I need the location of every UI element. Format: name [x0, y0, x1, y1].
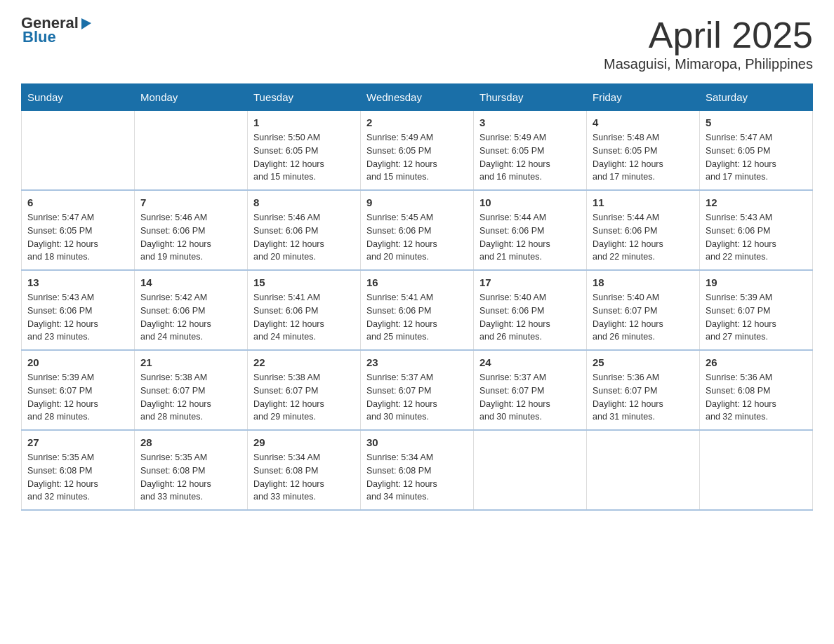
- location-title: Masaguisi, Mimaropa, Philippines: [604, 56, 813, 72]
- calendar-header: SundayMondayTuesdayWednesdayThursdayFrid…: [22, 84, 813, 111]
- day-number: 7: [140, 196, 241, 208]
- calendar-cell: [135, 111, 248, 191]
- day-info: Sunrise: 5:40 AM Sunset: 6:07 PM Dayligh…: [593, 291, 694, 344]
- day-info: Sunrise: 5:48 AM Sunset: 6:05 PM Dayligh…: [593, 131, 694, 184]
- calendar-cell: 23Sunrise: 5:37 AM Sunset: 6:07 PM Dayli…: [361, 350, 474, 430]
- day-info: Sunrise: 5:43 AM Sunset: 6:06 PM Dayligh…: [27, 291, 128, 344]
- calendar-cell: 29Sunrise: 5:34 AM Sunset: 6:08 PM Dayli…: [248, 430, 361, 510]
- calendar-body: 1Sunrise: 5:50 AM Sunset: 6:05 PM Daylig…: [22, 111, 813, 511]
- day-number: 28: [140, 436, 241, 448]
- day-info: Sunrise: 5:49 AM Sunset: 6:05 PM Dayligh…: [366, 131, 468, 184]
- calendar-week-5: 27Sunrise: 5:35 AM Sunset: 6:08 PM Dayli…: [22, 430, 813, 510]
- calendar-cell: 4Sunrise: 5:48 AM Sunset: 6:05 PM Daylig…: [587, 111, 700, 191]
- calendar-header-friday: Friday: [587, 84, 700, 111]
- day-number: 8: [253, 196, 355, 208]
- calendar-cell: 21Sunrise: 5:38 AM Sunset: 6:07 PM Dayli…: [135, 350, 248, 430]
- day-info: Sunrise: 5:36 AM Sunset: 6:07 PM Dayligh…: [593, 371, 694, 424]
- calendar-cell: 5Sunrise: 5:47 AM Sunset: 6:05 PM Daylig…: [700, 111, 813, 191]
- day-number: 6: [27, 196, 128, 208]
- day-info: Sunrise: 5:47 AM Sunset: 6:05 PM Dayligh…: [27, 211, 128, 264]
- calendar-cell: 18Sunrise: 5:40 AM Sunset: 6:07 PM Dayli…: [587, 270, 700, 350]
- calendar-cell: [474, 430, 587, 510]
- day-info: Sunrise: 5:36 AM Sunset: 6:08 PM Dayligh…: [706, 371, 807, 424]
- day-info: Sunrise: 5:38 AM Sunset: 6:07 PM Dayligh…: [253, 371, 355, 424]
- day-number: 19: [706, 276, 807, 288]
- day-number: 26: [706, 356, 807, 368]
- day-number: 1: [253, 116, 355, 128]
- calendar-cell: 8Sunrise: 5:46 AM Sunset: 6:06 PM Daylig…: [248, 190, 361, 270]
- day-number: 9: [366, 196, 468, 208]
- day-number: 18: [593, 276, 694, 288]
- page-header: General Blue April 2025 Masaguisi, Mimar…: [21, 14, 813, 72]
- day-number: 25: [593, 356, 694, 368]
- day-info: Sunrise: 5:41 AM Sunset: 6:06 PM Dayligh…: [253, 291, 355, 344]
- calendar-cell: 25Sunrise: 5:36 AM Sunset: 6:07 PM Dayli…: [587, 350, 700, 430]
- day-info: Sunrise: 5:49 AM Sunset: 6:05 PM Dayligh…: [479, 131, 581, 184]
- day-info: Sunrise: 5:34 AM Sunset: 6:08 PM Dayligh…: [253, 451, 355, 504]
- day-number: 11: [593, 196, 694, 208]
- day-number: 15: [253, 276, 355, 288]
- calendar-cell: 19Sunrise: 5:39 AM Sunset: 6:07 PM Dayli…: [700, 270, 813, 350]
- day-number: 23: [366, 356, 468, 368]
- day-number: 29: [253, 436, 355, 448]
- month-title: April 2025: [604, 14, 813, 56]
- calendar-cell: [700, 430, 813, 510]
- day-info: Sunrise: 5:45 AM Sunset: 6:06 PM Dayligh…: [366, 211, 468, 264]
- day-number: 22: [253, 356, 355, 368]
- day-info: Sunrise: 5:35 AM Sunset: 6:08 PM Dayligh…: [140, 451, 241, 504]
- calendar-cell: 22Sunrise: 5:38 AM Sunset: 6:07 PM Dayli…: [248, 350, 361, 430]
- day-number: 2: [366, 116, 468, 128]
- title-section: April 2025 Masaguisi, Mimaropa, Philippi…: [604, 14, 813, 72]
- calendar-header-sunday: Sunday: [22, 84, 135, 111]
- calendar-cell: 20Sunrise: 5:39 AM Sunset: 6:07 PM Dayli…: [22, 350, 135, 430]
- calendar-cell: 16Sunrise: 5:41 AM Sunset: 6:06 PM Dayli…: [361, 270, 474, 350]
- calendar-week-1: 1Sunrise: 5:50 AM Sunset: 6:05 PM Daylig…: [22, 111, 813, 191]
- day-number: 24: [479, 356, 581, 368]
- calendar-week-3: 13Sunrise: 5:43 AM Sunset: 6:06 PM Dayli…: [22, 270, 813, 350]
- calendar-header-wednesday: Wednesday: [361, 84, 474, 111]
- calendar-cell: 10Sunrise: 5:44 AM Sunset: 6:06 PM Dayli…: [474, 190, 587, 270]
- calendar-cell: 15Sunrise: 5:41 AM Sunset: 6:06 PM Dayli…: [248, 270, 361, 350]
- day-number: 14: [140, 276, 241, 288]
- calendar-cell: 17Sunrise: 5:40 AM Sunset: 6:06 PM Dayli…: [474, 270, 587, 350]
- calendar-cell: 24Sunrise: 5:37 AM Sunset: 6:07 PM Dayli…: [474, 350, 587, 430]
- day-info: Sunrise: 5:44 AM Sunset: 6:06 PM Dayligh…: [593, 211, 694, 264]
- day-number: 4: [593, 116, 694, 128]
- calendar-header-saturday: Saturday: [700, 84, 813, 111]
- calendar-cell: 9Sunrise: 5:45 AM Sunset: 6:06 PM Daylig…: [361, 190, 474, 270]
- calendar-week-2: 6Sunrise: 5:47 AM Sunset: 6:05 PM Daylig…: [22, 190, 813, 270]
- day-number: 30: [366, 436, 468, 448]
- calendar-cell: 2Sunrise: 5:49 AM Sunset: 6:05 PM Daylig…: [361, 111, 474, 191]
- day-info: Sunrise: 5:46 AM Sunset: 6:06 PM Dayligh…: [253, 211, 355, 264]
- calendar-cell: 1Sunrise: 5:50 AM Sunset: 6:05 PM Daylig…: [248, 111, 361, 191]
- day-info: Sunrise: 5:41 AM Sunset: 6:06 PM Dayligh…: [366, 291, 468, 344]
- day-number: 5: [706, 116, 807, 128]
- calendar-cell: 27Sunrise: 5:35 AM Sunset: 6:08 PM Dayli…: [22, 430, 135, 510]
- calendar-cell: 3Sunrise: 5:49 AM Sunset: 6:05 PM Daylig…: [474, 111, 587, 191]
- calendar-header-thursday: Thursday: [474, 84, 587, 111]
- calendar-cell: 26Sunrise: 5:36 AM Sunset: 6:08 PM Dayli…: [700, 350, 813, 430]
- day-number: 17: [479, 276, 581, 288]
- calendar-cell: 13Sunrise: 5:43 AM Sunset: 6:06 PM Dayli…: [22, 270, 135, 350]
- logo: General Blue: [21, 14, 94, 46]
- day-info: Sunrise: 5:37 AM Sunset: 6:07 PM Dayligh…: [366, 371, 468, 424]
- day-info: Sunrise: 5:46 AM Sunset: 6:06 PM Dayligh…: [140, 211, 241, 264]
- day-info: Sunrise: 5:37 AM Sunset: 6:07 PM Dayligh…: [479, 371, 581, 424]
- calendar-week-4: 20Sunrise: 5:39 AM Sunset: 6:07 PM Dayli…: [22, 350, 813, 430]
- day-info: Sunrise: 5:35 AM Sunset: 6:08 PM Dayligh…: [27, 451, 128, 504]
- day-number: 10: [479, 196, 581, 208]
- calendar-cell: 12Sunrise: 5:43 AM Sunset: 6:06 PM Dayli…: [700, 190, 813, 270]
- day-number: 3: [479, 116, 581, 128]
- day-info: Sunrise: 5:43 AM Sunset: 6:06 PM Dayligh…: [706, 211, 807, 264]
- calendar-cell: 14Sunrise: 5:42 AM Sunset: 6:06 PM Dayli…: [135, 270, 248, 350]
- logo-triangle-icon: [79, 15, 94, 31]
- calendar-cell: 7Sunrise: 5:46 AM Sunset: 6:06 PM Daylig…: [135, 190, 248, 270]
- day-number: 16: [366, 276, 468, 288]
- calendar-cell: 30Sunrise: 5:34 AM Sunset: 6:08 PM Dayli…: [361, 430, 474, 510]
- calendar-cell: 28Sunrise: 5:35 AM Sunset: 6:08 PM Dayli…: [135, 430, 248, 510]
- calendar-cell: [587, 430, 700, 510]
- day-info: Sunrise: 5:34 AM Sunset: 6:08 PM Dayligh…: [366, 451, 468, 504]
- day-number: 13: [27, 276, 128, 288]
- calendar-cell: [22, 111, 135, 191]
- svg-marker-0: [81, 18, 91, 29]
